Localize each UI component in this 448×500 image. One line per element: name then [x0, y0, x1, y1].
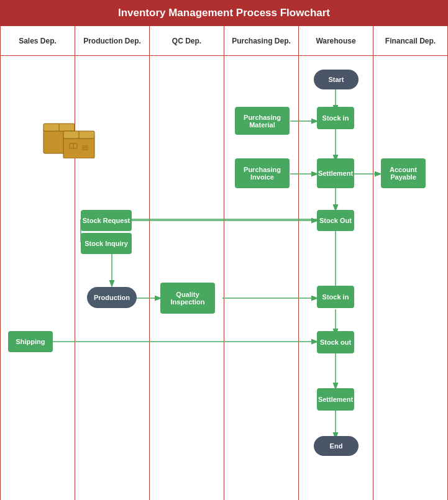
settlement-2-node: Settlement: [317, 388, 354, 411]
chart-container: Inventory Management Process Flowchart S…: [0, 0, 448, 500]
header-purchasing: Purchasing Dep.: [224, 26, 299, 55]
start-node: Start: [314, 70, 359, 89]
header-sales: Sales Dep.: [0, 26, 75, 55]
stock-in-2-node: Stock in: [317, 286, 354, 308]
stock-inquiry-node: Stock Inquiry: [81, 233, 132, 254]
settlement-1-node: Settlement: [317, 158, 354, 188]
shipping-node: Shipping: [8, 331, 53, 352]
swimlane-body: Start Purchasing Material Stock in Purch…: [0, 56, 448, 500]
stock-out-1-node: Stock Out: [317, 210, 354, 231]
stock-request-node: Stock Request: [81, 210, 132, 231]
production-node: Production: [87, 287, 137, 308]
swimlane-headers: Sales Dep. Production Dep. QC Dep. Purch…: [0, 26, 448, 56]
header-qc: QC Dep.: [150, 26, 224, 55]
purchasing-invoice-node: Purchasing Invoice: [235, 158, 290, 188]
svg-rect-21: [63, 136, 94, 158]
purchasing-material-node: Purchasing Material: [235, 107, 290, 135]
account-payable-node: Account Payable: [381, 158, 426, 188]
header-warehouse: Warehouse: [299, 26, 373, 55]
header-financial: Financail Dep.: [373, 26, 448, 55]
chart-title: Inventory Management Process Flowchart: [0, 0, 448, 26]
quality-inspection-node: Quality Inspection: [160, 283, 215, 314]
stock-out-2-node: Stock out: [317, 331, 354, 353]
header-production: Production Dep.: [75, 26, 150, 55]
boxes-icon: [37, 115, 99, 158]
end-node: End: [314, 436, 359, 456]
stock-in-1-node: Stock in: [317, 107, 354, 129]
